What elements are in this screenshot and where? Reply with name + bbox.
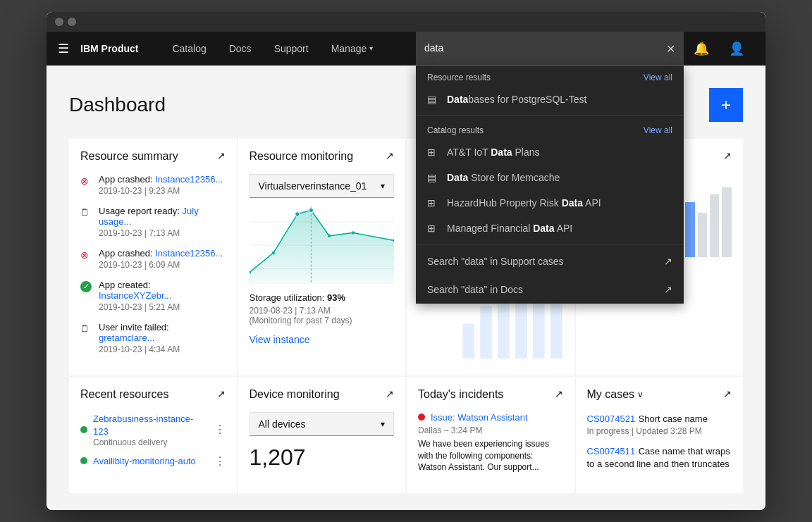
search-docs-action[interactable]: Search "data" in Docs ↗ (416, 275, 684, 304)
notification-icon[interactable]: 🔔 (684, 32, 719, 66)
incident-link-0[interactable]: Issue: Watson Assistant (431, 412, 528, 423)
resource-link-1[interactable]: July usage... (99, 206, 199, 227)
search-result-hazardhub[interactable]: ⊞ HazardHub Property Risk Data API (416, 190, 684, 216)
resource-text-4: User invite failed: gretamclare... (99, 322, 226, 343)
cases-chevron-icon[interactable]: ∨ (637, 390, 644, 399)
recent-sub-0: Continuous delivery (93, 437, 209, 447)
svg-rect-11 (463, 323, 475, 359)
my-cases-title: My cases (587, 388, 635, 401)
search-docs-label: Search "data" in Docs (427, 284, 523, 295)
svg-point-9 (351, 231, 354, 234)
search-result-managed-financial[interactable]: ⊞ Managed Financial Data API (416, 216, 684, 241)
nav-manage[interactable]: Manage ▾ (320, 32, 385, 66)
view-instance-link[interactable]: View instance (250, 334, 395, 345)
svg-point-8 (327, 234, 330, 237)
device-chevron-icon: ▾ (381, 419, 385, 429)
memcache-icon: ▤ (427, 172, 438, 183)
financial-result-text: Managed Financial Data API (447, 223, 572, 234)
financial-icon: ⊞ (427, 223, 438, 234)
recent-status-1 (80, 457, 87, 464)
add-button[interactable]: + (709, 88, 743, 122)
case-link-1[interactable]: CS0074511 (587, 446, 636, 456)
resource-summary-expand-icon[interactable]: ↗ (217, 150, 226, 161)
resource-monitoring-expand-icon[interactable]: ↗ (386, 150, 394, 161)
incidents-header: Today's incidents ↗ (418, 388, 563, 401)
titlebar-dot-2 (68, 18, 76, 26)
device-monitoring-expand-icon[interactable]: ↗ (386, 388, 394, 399)
resource-text-1: Usage report ready: July usage... (99, 206, 226, 227)
nav-docs[interactable]: Docs (218, 32, 263, 66)
titlebar-dot-1 (55, 18, 63, 26)
search-result-database[interactable]: ▤ Databases for PostgreSQL-Test (416, 87, 684, 112)
search-support-cases-action[interactable]: Search "data" in Support cases ↗ (416, 247, 684, 275)
resource-link-4[interactable]: gretamclare... (99, 333, 154, 343)
svg-rect-12 (481, 306, 493, 359)
catalog-view-all-link[interactable]: View all (644, 125, 672, 135)
recent-resources-header: Recent resources ↗ (80, 388, 226, 401)
recent-menu-icon-0[interactable]: ⋮ (214, 423, 226, 436)
device-count: 1,207 (250, 445, 395, 471)
recent-resources-expand-icon[interactable]: ↗ (217, 388, 226, 399)
nav-icons: 🔔 👤 (684, 32, 754, 66)
instance-select-value: Virtualserverinstance_01 (259, 180, 367, 192)
svg-point-6 (295, 211, 299, 216)
divider-1 (416, 115, 684, 116)
resource-view-all-link[interactable]: View all (644, 73, 672, 82)
chart-expand-icon[interactable]: ↗ (723, 150, 732, 161)
incident-location-0: Dallas – 3:24 PM (418, 425, 563, 435)
resource-item-2: ⊗ App crashed: Instance12356... 2019-10-… (80, 248, 226, 270)
svg-rect-14 (515, 297, 527, 359)
incidents-title: Today's incidents (418, 388, 503, 401)
resource-results-header: Resource results View all (416, 66, 684, 87)
search-result-att[interactable]: ⊞ AT&T IoT Data Plans (416, 139, 684, 165)
user-icon[interactable]: 👤 (719, 32, 754, 66)
bottom-cards-grid: Recent resources ↗ Zebrabusiness-instanc… (69, 377, 743, 493)
recent-resources-title: Recent resources (80, 388, 168, 401)
device-select[interactable]: All devices ▾ (250, 412, 395, 436)
nav-support[interactable]: Support (263, 32, 320, 66)
device-monitoring-header: Device monitoring ↗ (250, 388, 395, 401)
resource-link-3[interactable]: InstanceXYZebr... (99, 290, 171, 301)
iot-icon: ⊞ (427, 147, 438, 158)
catalog-results-label: Catalog results (427, 125, 484, 135)
navbar: ☰ IBM Product Catalog Docs Support Manag… (47, 32, 765, 66)
storage-utilization: Storage utilization: 93% (250, 292, 395, 303)
resource-link-0[interactable]: Instance12356... (155, 174, 223, 185)
error-icon-0: ⊗ (80, 175, 92, 187)
search-clear-icon[interactable]: ✕ (658, 33, 684, 63)
resource-results-label: Resource results (427, 73, 491, 82)
device-monitoring-card: Device monitoring ↗ All devices ▾ 1,207 (238, 377, 406, 493)
search-result-memcache[interactable]: ▤ Data Store for Memcache (416, 165, 684, 190)
my-cases-expand-icon[interactable]: ↗ (723, 388, 732, 399)
case-header-0: CS0074521 Short case name (587, 412, 732, 425)
bar-9 (698, 213, 707, 256)
incidents-expand-icon[interactable]: ↗ (555, 388, 563, 399)
app-window: ☰ IBM Product Catalog Docs Support Manag… (47, 12, 765, 510)
resource-text-0: App crashed: Instance12356... (99, 174, 223, 185)
search-input[interactable] (416, 32, 684, 66)
case-desc-0: Short case name (639, 414, 708, 424)
recent-link-0[interactable]: Zebrabusiness-instance-123 (93, 414, 193, 437)
search-area: ✕ Resource results View all ▤ Databases … (416, 32, 684, 66)
instance-select[interactable]: Virtualserverinstance_01 ▾ (250, 174, 395, 198)
cases-header-group: My cases ∨ (587, 388, 644, 401)
resource-item-3: ✓ App created: InstanceXYZebr... 2019-10… (80, 280, 226, 312)
database-result-text: Databases for PostgreSQL-Test (447, 94, 586, 105)
recent-link-1[interactable]: Availibity-monitoring-auto (93, 456, 196, 466)
recent-menu-icon-1[interactable]: ⋮ (214, 454, 226, 468)
case-header-1: CS0074511 Case name that wraps to a seco… (587, 445, 732, 470)
case-link-0[interactable]: CS0074521 (587, 414, 636, 424)
resource-text-3: App created: InstanceXYZebr... (99, 280, 226, 301)
resource-link-2[interactable]: Instance12356... (155, 248, 223, 259)
recent-resources-card: Recent resources ↗ Zebrabusiness-instanc… (69, 377, 237, 493)
doc-icon-1: 🗒 (80, 207, 92, 218)
resource-text-2: App crashed: Instance12356... (99, 248, 223, 259)
recent-item-1: Availibity-monitoring-auto ⋮ (80, 454, 226, 468)
resource-monitoring-header: Resource monitoring ↗ (250, 150, 395, 163)
menu-icon[interactable]: ☰ (58, 41, 69, 56)
hazardhub-icon: ⊞ (427, 197, 438, 209)
nav-catalog[interactable]: Catalog (161, 32, 217, 66)
select-chevron-icon: ▾ (381, 181, 385, 191)
case-status-0: In progress | Updated 3:28 PM (587, 426, 732, 436)
my-cases-header: My cases ∨ ↗ (587, 388, 732, 401)
